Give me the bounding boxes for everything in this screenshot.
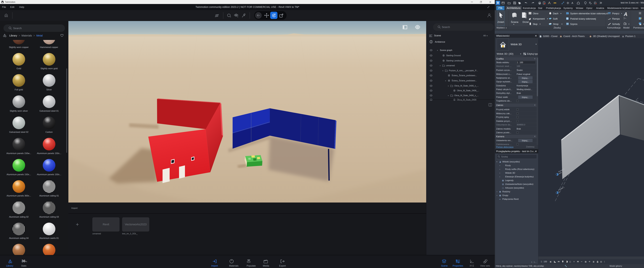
svg-text:A: A xyxy=(572,2,573,5)
